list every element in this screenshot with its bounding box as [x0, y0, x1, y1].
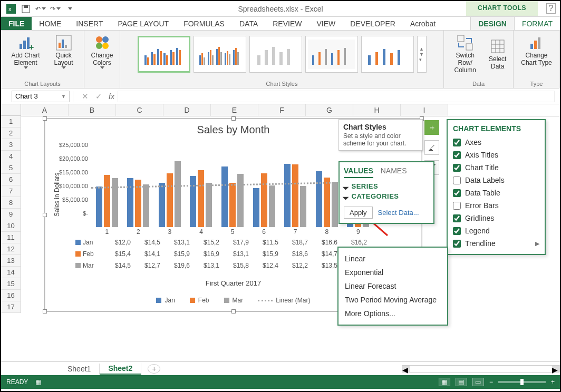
quick-layout-label: Quick Layout [50, 52, 78, 66]
ce-checkbox[interactable] [453, 227, 461, 235]
submenu-linear[interactable]: Linear [345, 252, 441, 266]
ce-checkbox[interactable] [453, 189, 461, 197]
status-bar: READY ▦ ▦ ▤ ▭ − + [1, 375, 560, 389]
qat-customize-icon[interactable] [64, 3, 76, 15]
change-chart-type-label: Change Chart Type [519, 52, 554, 66]
cancel-formula-icon[interactable]: ✕ [78, 92, 92, 101]
chart-style-2[interactable] [194, 36, 246, 73]
ce-item-legend[interactable]: Legend [453, 224, 539, 237]
formula-bar: Chart 3▼ ✕ ✓ fx [1, 89, 560, 104]
sheet-tab-1[interactable]: Sheet1 [59, 364, 100, 374]
svg-rect-35 [218, 47, 220, 65]
filters-tab-values[interactable]: VALUES [344, 166, 373, 178]
ce-checkbox[interactable] [453, 240, 461, 248]
row-headers[interactable]: 1234567891011121314151617 [1, 116, 21, 313]
filters-series-heading[interactable]: SERIES [344, 182, 429, 190]
sheet-tab-2[interactable]: Sheet2 [100, 363, 141, 375]
tab-developer[interactable]: DEVELOPER [343, 17, 403, 30]
name-box[interactable]: Chart 3▼ [12, 91, 70, 102]
ce-item-data-labels[interactable]: Data Labels [453, 174, 539, 187]
chart-filters-panel: VALUES NAMES SERIES CATEGORIES Apply Sel… [338, 161, 434, 224]
chart-style-3[interactable] [249, 36, 302, 73]
help-icon[interactable]: ? [546, 3, 556, 14]
select-all-cell[interactable] [1, 104, 21, 116]
redo-icon[interactable]: ↷ [50, 3, 61, 15]
ce-checkbox[interactable] [453, 202, 461, 210]
submenu-more-options[interactable]: More Options... [345, 307, 441, 320]
ce-checkbox[interactable] [453, 214, 461, 222]
svg-rect-24 [160, 51, 162, 65]
page-layout-view-button[interactable]: ▤ [456, 378, 467, 386]
formula-input[interactable] [118, 91, 555, 102]
filters-apply-button[interactable]: Apply [344, 207, 373, 219]
chart-tools-label: CHART TOOLS [466, 1, 538, 16]
change-colors-button[interactable]: Change Colors [88, 33, 117, 70]
ce-item-data-table[interactable]: Data Table [453, 187, 539, 199]
tab-page-layout[interactable]: PAGE LAYOUT [110, 17, 176, 30]
chart-elements-float-button[interactable]: ＋ [424, 120, 439, 135]
chart-elements-panel: CHART ELEMENTS AxesAxis TitlesChart Titl… [447, 119, 546, 255]
filters-select-data-link[interactable]: Select Data... [378, 209, 419, 217]
select-data-button[interactable]: Select Data [485, 33, 510, 75]
ce-item-axes[interactable]: Axes [453, 136, 539, 149]
tab-view[interactable]: VIEW [309, 17, 343, 30]
select-data-label: Select Data [487, 55, 508, 70]
ce-checkbox[interactable] [453, 164, 461, 172]
zoom-out-button[interactable]: − [489, 378, 493, 386]
ce-checkbox[interactable] [453, 151, 461, 159]
normal-view-button[interactable]: ▦ [439, 378, 450, 386]
tab-design[interactable]: DESIGN [470, 17, 515, 30]
select-data-icon [489, 37, 507, 55]
ce-item-chart-title[interactable]: Chart Title [453, 161, 539, 174]
add-chart-element-button[interactable]: + Add Chart Element [6, 33, 46, 70]
ce-checkbox[interactable] [453, 177, 461, 184]
tab-insert[interactable]: INSERT [69, 17, 110, 30]
tab-review[interactable]: REVIEW [265, 17, 309, 30]
enter-formula-icon[interactable]: ✓ [92, 92, 105, 101]
page-break-view-button[interactable]: ▭ [472, 378, 484, 386]
change-chart-type-button[interactable]: Change Chart Type [517, 33, 556, 67]
ce-checkbox[interactable] [453, 139, 461, 146]
chart-style-5[interactable] [361, 36, 414, 73]
submenu-linear-forecast[interactable]: Linear Forecast [345, 279, 441, 293]
undo-icon[interactable]: ↶ [35, 3, 46, 15]
tab-acrobat[interactable]: Acrobat [403, 17, 443, 30]
chart-style-4[interactable] [305, 36, 358, 73]
svg-rect-55 [368, 55, 371, 65]
ce-item-axis-titles[interactable]: Axis Titles [453, 149, 539, 161]
svg-rect-49 [312, 55, 314, 65]
chart-styles-more-icon[interactable]: ▲▼▾ [417, 36, 427, 73]
chart-style-1[interactable] [138, 36, 190, 73]
filters-categories-heading[interactable]: CATEGORIES [344, 192, 429, 200]
spreadsheet-grid[interactable]: ABCDEFGHI 1234567891011121314151617 Sale… [1, 104, 560, 361]
ce-item-trendline[interactable]: Trendline▶ [453, 237, 539, 250]
svg-rect-36 [220, 52, 222, 65]
chart-styles-float-button[interactable] [424, 140, 439, 155]
tab-file[interactable]: FILE [1, 17, 32, 30]
brush-icon [428, 143, 436, 152]
new-sheet-button[interactable]: + [148, 364, 160, 374]
filters-tab-names[interactable]: NAMES [381, 166, 407, 178]
ce-item-error-bars[interactable]: Error Bars [453, 199, 539, 212]
macro-record-icon[interactable]: ▦ [35, 378, 41, 386]
svg-point-13 [102, 36, 109, 43]
tab-home[interactable]: HOME [32, 17, 69, 30]
zoom-slider[interactable] [498, 381, 546, 383]
submenu-exponential[interactable]: Exponential [345, 266, 441, 279]
svg-rect-60 [458, 35, 464, 42]
switch-row-column-button[interactable]: Switch Row/ Column [447, 33, 483, 75]
tab-formulas[interactable]: FORMULAS [176, 17, 232, 30]
quick-layout-button[interactable]: Quick Layout [48, 33, 80, 70]
submenu-moving-average[interactable]: Two Period Moving Average [345, 293, 441, 307]
zoom-in-button[interactable]: + [551, 378, 555, 386]
horizontal-scrollbar[interactable]: ◀▶ [402, 365, 560, 373]
column-headers[interactable]: ABCDEFGHI [21, 104, 560, 116]
svg-rect-9 [59, 43, 61, 48]
tab-data[interactable]: DATA [232, 17, 265, 30]
svg-rect-39 [229, 54, 230, 65]
ce-item-gridlines[interactable]: Gridlines [453, 212, 539, 224]
save-icon[interactable] [20, 3, 32, 15]
category-labels: 123456789 [91, 228, 374, 236]
fx-icon[interactable]: fx [109, 92, 114, 101]
tab-format[interactable]: FORMAT [515, 17, 560, 30]
